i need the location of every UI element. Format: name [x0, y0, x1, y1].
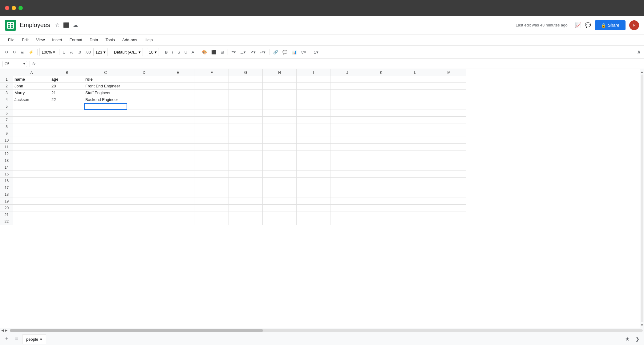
borders-button[interactable]: ⬛ [209, 47, 218, 57]
cell-K14[interactable] [364, 164, 398, 171]
cell-I5[interactable] [297, 103, 330, 110]
cell-C11[interactable] [84, 144, 127, 150]
cell-A16[interactable] [13, 178, 50, 184]
cell-J8[interactable] [330, 123, 364, 130]
scroll-up-button[interactable]: ▲ [640, 70, 644, 74]
cell-G19[interactable] [229, 198, 263, 205]
menu-data[interactable]: Data [87, 36, 101, 43]
cell-G7[interactable] [229, 117, 263, 123]
cell-L13[interactable] [398, 157, 432, 164]
cell-D9[interactable] [127, 130, 161, 137]
cell-E21[interactable] [161, 211, 195, 218]
col-header-k[interactable]: K [364, 69, 398, 76]
cell-A12[interactable] [13, 150, 50, 157]
cell-A3[interactable]: Marry [13, 90, 50, 96]
cell-K17[interactable] [364, 184, 398, 191]
cell-H22[interactable] [263, 218, 297, 225]
cell-I7[interactable] [297, 117, 330, 123]
cell-D15[interactable] [127, 171, 161, 178]
cell-C17[interactable] [84, 184, 127, 191]
vertical-scrollbar[interactable]: ▲ ▼ [640, 69, 644, 328]
cell-M2[interactable] [432, 83, 466, 90]
cell-H2[interactable] [263, 83, 297, 90]
cell-E5[interactable] [161, 103, 195, 110]
cell-G20[interactable] [229, 205, 263, 211]
cell-C9[interactable] [84, 130, 127, 137]
cell-D19[interactable] [127, 198, 161, 205]
scroll-left-button[interactable]: ◀ [1, 328, 4, 332]
cell-I11[interactable] [297, 144, 330, 150]
cell-C1[interactable]: role [84, 76, 127, 83]
cell-E22[interactable] [161, 218, 195, 225]
cell-D6[interactable] [127, 110, 161, 117]
cell-L1[interactable] [398, 76, 432, 83]
col-header-l[interactable]: L [398, 69, 432, 76]
cell-G18[interactable] [229, 191, 263, 198]
cell-D2[interactable] [127, 83, 161, 90]
cell-L20[interactable] [398, 205, 432, 211]
horizontal-scroll-track[interactable] [10, 329, 643, 332]
cell-I20[interactable] [297, 205, 330, 211]
cell-B7[interactable] [50, 117, 84, 123]
cell-E7[interactable] [161, 117, 195, 123]
cell-K5[interactable] [364, 103, 398, 110]
cell-D17[interactable] [127, 184, 161, 191]
scroll-right-button[interactable]: ▶ [5, 328, 7, 332]
cell-M10[interactable] [432, 137, 466, 144]
cell-C2[interactable]: Front End Engineer [84, 83, 127, 90]
cell-E13[interactable] [161, 157, 195, 164]
cell-H9[interactable] [263, 130, 297, 137]
cell-D11[interactable] [127, 144, 161, 150]
cell-A15[interactable] [13, 171, 50, 178]
functions-button[interactable]: Σ▾ [312, 47, 320, 57]
cell-M3[interactable] [432, 90, 466, 96]
cell-H8[interactable] [263, 123, 297, 130]
cell-L7[interactable] [398, 117, 432, 123]
cell-F20[interactable] [195, 205, 229, 211]
cell-M11[interactable] [432, 144, 466, 150]
cell-M7[interactable] [432, 117, 466, 123]
cell-C21[interactable] [84, 211, 127, 218]
cell-J4[interactable] [330, 96, 364, 103]
cell-H14[interactable] [263, 164, 297, 171]
menu-tools[interactable]: Tools [102, 36, 118, 43]
cell-E19[interactable] [161, 198, 195, 205]
cell-A7[interactable] [13, 117, 50, 123]
star-icon[interactable]: ☆ [55, 22, 59, 28]
cell-F13[interactable] [195, 157, 229, 164]
cell-G8[interactable] [229, 123, 263, 130]
cell-B4[interactable]: 22 [50, 96, 84, 103]
cell-C8[interactable] [84, 123, 127, 130]
insert-link-button[interactable]: 🔗 [271, 47, 280, 57]
cell-C14[interactable] [84, 164, 127, 171]
cell-C4[interactable]: Backend Engineer [84, 96, 127, 103]
cell-M4[interactable] [432, 96, 466, 103]
cell-G9[interactable] [229, 130, 263, 137]
cell-G11[interactable] [229, 144, 263, 150]
cell-L5[interactable] [398, 103, 432, 110]
cell-K22[interactable] [364, 218, 398, 225]
cell-F11[interactable] [195, 144, 229, 150]
cell-J6[interactable] [330, 110, 364, 117]
bold-button[interactable]: B [163, 47, 169, 57]
cell-E12[interactable] [161, 150, 195, 157]
text-color-button[interactable]: A [190, 47, 196, 57]
cell-J16[interactable] [330, 178, 364, 184]
menu-view[interactable]: View [33, 36, 48, 43]
col-header-h[interactable]: H [263, 69, 297, 76]
cell-G15[interactable] [229, 171, 263, 178]
cell-I1[interactable] [297, 76, 330, 83]
cell-M6[interactable] [432, 110, 466, 117]
cell-D3[interactable] [127, 90, 161, 96]
cell-L8[interactable] [398, 123, 432, 130]
cell-D21[interactable] [127, 211, 161, 218]
cell-M13[interactable] [432, 157, 466, 164]
cell-L22[interactable] [398, 218, 432, 225]
cell-I18[interactable] [297, 191, 330, 198]
cell-A22[interactable] [13, 218, 50, 225]
menu-addons[interactable]: Add-ons [119, 36, 140, 43]
add-sheet-button[interactable]: + [2, 335, 11, 343]
underline-button[interactable]: U [183, 47, 189, 57]
cell-C12[interactable] [84, 150, 127, 157]
cell-D22[interactable] [127, 218, 161, 225]
